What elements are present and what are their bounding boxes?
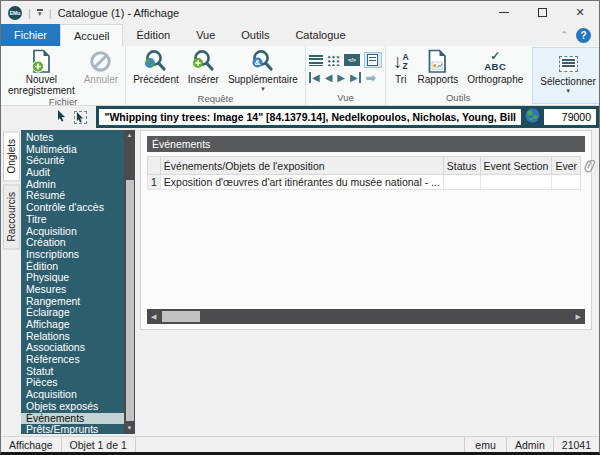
search-previous-button[interactable]: Précédent: [129, 48, 183, 86]
last-record-button[interactable]: ▶: [350, 72, 361, 83]
column-header-ever[interactable]: Ever: [552, 157, 581, 175]
next-record-button[interactable]: ▶: [337, 72, 345, 83]
maximize-icon: [538, 8, 547, 17]
section-cell[interactable]: [480, 175, 552, 190]
sidebar-item[interactable]: Audit: [21, 167, 124, 179]
scroll-up-icon[interactable]: ▲: [124, 130, 135, 141]
tab-outils[interactable]: Outils: [228, 24, 282, 46]
side-tab-strip: Onglets Raccourcis: [1, 128, 21, 436]
group-label-requete: Requête: [129, 93, 302, 106]
scrollbar-thumb[interactable]: [162, 311, 200, 322]
sidebar-item[interactable]: Inscriptions: [21, 249, 124, 261]
table-row[interactable]: 1 Exposition d'œuvres d'art itinérantes …: [148, 175, 581, 190]
attachment-icon[interactable]: [584, 159, 596, 177]
select-marquee-icon[interactable]: [74, 111, 87, 124]
sidebar-item[interactable]: Titre: [21, 214, 124, 226]
sidebar-scrollbar[interactable]: ▲ ▼: [124, 130, 135, 434]
record-bar-row: "Whipping tiny trees: Image 14" [84.1379…: [1, 106, 599, 128]
sidebar-item[interactable]: Mesures: [21, 284, 124, 296]
event-cell[interactable]: Exposition d'œuvres d'art itinérantes du…: [160, 175, 443, 190]
tab-onglets[interactable]: Onglets: [3, 131, 20, 181]
row-number-cell: 1: [148, 175, 161, 190]
divider: |: [49, 7, 52, 19]
window-title: Catalogue (1) - Affichage: [58, 7, 179, 19]
status-spacer: [136, 437, 464, 452]
select-button[interactable]: Sélectionner ▼: [532, 47, 600, 104]
title-bar: EMu | ▼ | Catalogue (1) - Affichage ✕: [1, 1, 599, 24]
view-list-icon[interactable]: [309, 55, 323, 66]
status-environment: emu: [464, 437, 506, 452]
scrollbar-thumb[interactable]: [126, 180, 134, 421]
select-records-icon: [559, 50, 578, 77]
horizontal-scrollbar[interactable]: ◀ ▶: [147, 309, 585, 324]
goto-record-button[interactable]: ➡: [366, 73, 376, 83]
column-header-section[interactable]: Event Section: [480, 157, 552, 175]
record-summary-field[interactable]: "Whipping tiny trees: Image 14" [84.1379…: [99, 109, 521, 125]
tab-catalogue[interactable]: Catalogue: [282, 24, 358, 46]
maximize-button[interactable]: [523, 1, 561, 24]
sidebar-item[interactable]: Notes: [21, 132, 124, 144]
sidebar-item[interactable]: Objets exposés: [21, 401, 124, 413]
view-grid-icon[interactable]: [327, 55, 340, 66]
main-panel: Événements Événements/Objets de l'exposi…: [135, 128, 599, 436]
spellcheck-icon: ✓ABC: [484, 48, 506, 75]
scroll-right-icon[interactable]: ▶: [576, 313, 581, 321]
scroll-down-icon[interactable]: ▼: [124, 423, 135, 434]
globe-icon[interactable]: [525, 108, 540, 127]
search-additional-icon: &: [250, 48, 275, 75]
record-count-field[interactable]: 79000: [544, 109, 596, 125]
tab-edition[interactable]: Édition: [123, 24, 183, 46]
reports-icon: [427, 48, 448, 75]
ribbon-tab-row: Fichier Accueil Édition Vue Outils Catal…: [1, 24, 599, 46]
tab-vue[interactable]: Vue: [183, 24, 228, 46]
collapse-ribbon-icon[interactable]: ⌃: [560, 30, 568, 40]
status-mode: Affichage: [1, 437, 62, 452]
status-port: 21041: [553, 437, 599, 452]
sort-button[interactable]: ↓ AZ Tri: [389, 48, 413, 86]
search-insert-button[interactable]: Insérer: [184, 48, 223, 86]
scroll-left-icon[interactable]: ◀: [151, 313, 156, 321]
cancel-icon: [89, 48, 112, 75]
help-button[interactable]: ?: [576, 28, 591, 43]
cancel-button: Annuler: [80, 48, 122, 86]
quick-access-dropdown-icon[interactable]: ▼: [37, 9, 43, 17]
sidebar-item-list: NotesMultimédiaSécuritéAuditAdminRésuméC…: [21, 130, 124, 434]
reports-button[interactable]: Rapports: [414, 48, 463, 86]
search-additional-button[interactable]: & Supplémentaire ▼: [224, 48, 302, 93]
column-header-status[interactable]: Status: [443, 157, 480, 175]
close-icon: ✕: [575, 6, 584, 19]
close-button[interactable]: ✕: [561, 1, 599, 24]
sort-az-icon: ↓ AZ: [393, 48, 409, 75]
ribbon-group-fichier: Nouvel enregistrement Annuler Fichier: [1, 46, 125, 105]
column-header-event[interactable]: Événements/Objets de l'exposition: [160, 157, 443, 175]
row-number-header: [148, 157, 161, 175]
emu-logo-icon: EMu: [8, 6, 22, 20]
sidebar-item[interactable]: Affichage: [21, 319, 124, 331]
record-summary-bar: "Whipping tiny trees: Image 14" [84.1379…: [96, 106, 599, 128]
tab-fichier[interactable]: Fichier: [1, 24, 60, 46]
first-record-button[interactable]: ◀: [309, 72, 320, 83]
ribbon-group-vue: </> ◀ ◀ ▶ ▶ ➡ Vue: [305, 46, 385, 105]
events-panel: Événements Événements/Objets de l'exposi…: [140, 130, 592, 330]
view-code-icon[interactable]: </>: [344, 54, 360, 66]
sidebar-item[interactable]: Prêts/Emprunts: [21, 424, 124, 434]
new-record-button[interactable]: Nouvel enregistrement: [4, 48, 79, 96]
status-cell[interactable]: [443, 175, 480, 190]
body: Onglets Raccourcis NotesMultimédiaSécuri…: [1, 128, 599, 436]
view-details-icon[interactable]: [364, 52, 382, 68]
minimize-button[interactable]: [485, 1, 523, 24]
ribbon: Nouvel enregistrement Annuler Fichier Pr…: [1, 46, 599, 106]
select-pointer-icon[interactable]: [57, 108, 67, 126]
sidebar-item[interactable]: Références: [21, 354, 124, 366]
spelling-button[interactable]: ✓ABC Orthographe: [463, 48, 527, 86]
tab-raccourcis[interactable]: Raccourcis: [3, 184, 20, 249]
tab-accueil[interactable]: Accueil: [60, 24, 123, 46]
previous-record-button[interactable]: ◀: [325, 72, 333, 83]
group-label-vue: Vue: [309, 92, 382, 105]
svg-text:&: &: [255, 58, 261, 67]
ever-cell[interactable]: [552, 175, 581, 190]
status-object-count: Objet 1 de 1: [62, 437, 136, 452]
ribbon-group-requete: Précédent Insérer & Supplémentaire ▼ Req…: [125, 46, 305, 105]
status-bar: Affichage Objet 1 de 1 emu Admin 21041: [1, 436, 599, 452]
app-window: EMu | ▼ | Catalogue (1) - Affichage ✕ Fi…: [0, 0, 600, 455]
